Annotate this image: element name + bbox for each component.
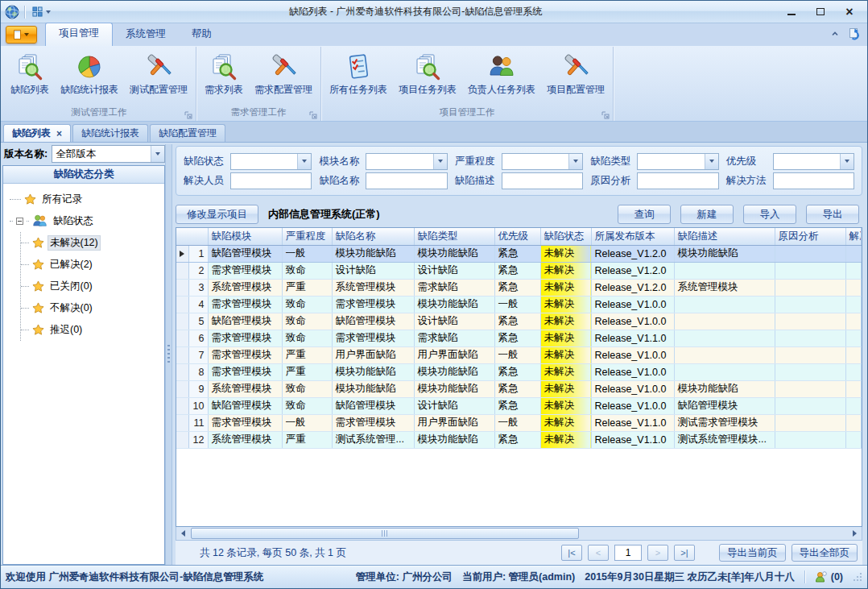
ribbon-button-2-2[interactable]: 负责人任务列表 <box>462 51 541 98</box>
filter-select[interactable] <box>773 153 854 170</box>
next-page-button[interactable]: > <box>647 545 668 561</box>
tree-item-5[interactable]: 不解决(0) <box>21 297 163 319</box>
ribbon-button-2-0[interactable]: 所有任务列表 <box>324 51 393 98</box>
column-header-5[interactable]: 缺陷状态 <box>540 228 591 245</box>
document-tab-0[interactable]: 缺陷列表× <box>3 124 71 142</box>
table-row[interactable]: 4需求管理模块致命需求管理模块模块功能缺陷一般未解决Release_V1.0.0 <box>176 296 862 313</box>
ribbon-button-0-0[interactable]: 缺陷列表 <box>5 51 55 98</box>
column-header-9[interactable]: 解决方法 <box>845 228 862 245</box>
table-row[interactable]: 2需求管理模块致命设计缺陷设计缺陷紧急未解决Release_V1.2.0 <box>176 262 862 279</box>
dialog-launcher-icon[interactable] <box>309 110 317 118</box>
page-number-input[interactable] <box>614 545 642 561</box>
tree-item-4[interactable]: 已关闭(0) <box>21 276 163 297</box>
quick-access-toolbar-button[interactable] <box>29 5 54 19</box>
table-row[interactable]: 9系统管理模块致命模块功能缺陷模块功能缺陷紧急未解决Release_V1.0.0… <box>176 380 862 397</box>
table-row[interactable]: 11需求管理模块一般需求管理模块用户界面缺陷一般未解决Release_V1.1.… <box>176 414 862 431</box>
cell: 致命 <box>282 296 332 313</box>
filter-select[interactable] <box>230 153 312 170</box>
export-all-pages-button[interactable]: 导出全部页 <box>792 544 858 562</box>
scroll-right-button[interactable] <box>848 527 862 540</box>
column-header-0[interactable]: 缺陷模块 <box>208 228 282 245</box>
horizontal-scrollbar[interactable] <box>176 527 862 541</box>
scroll-left-button[interactable] <box>176 527 190 540</box>
cell: Release_V1.0.0 <box>591 397 674 414</box>
combo-arrow-button[interactable] <box>297 154 311 169</box>
tree-item-6[interactable]: 推迟(0) <box>21 319 163 341</box>
dialog-launcher-icon[interactable] <box>184 110 192 118</box>
version-select[interactable]: 全部版本 <box>52 145 165 163</box>
table-row[interactable]: 1缺陷管理模块一般模块功能缺陷模块功能缺陷紧急未解决Release_V1.2.0… <box>176 245 862 262</box>
export-current-page-button[interactable]: 导出当前页 <box>719 544 786 562</box>
tree-item-0[interactable]: 所有记录 <box>10 189 163 210</box>
column-header-6[interactable]: 所属发布版本 <box>591 228 674 245</box>
first-page-button[interactable]: |< <box>561 545 582 561</box>
tree-item-3[interactable]: 已解决(2) <box>21 254 163 276</box>
combo-arrow-button[interactable] <box>568 154 582 169</box>
column-header-1[interactable]: 严重程度 <box>282 228 332 245</box>
scrollbar-track[interactable] <box>190 527 848 540</box>
column-header-4[interactable]: 优先级 <box>494 228 540 245</box>
column-header-2[interactable]: 缺陷名称 <box>332 228 414 245</box>
query-button[interactable]: 查询 <box>618 205 671 224</box>
filter-input[interactable] <box>773 172 854 189</box>
last-page-button[interactable]: >| <box>674 545 695 561</box>
tree-item-1[interactable]: 缺陷状态 <box>10 210 163 232</box>
filter-input[interactable] <box>502 172 583 189</box>
message-count: (0) <box>831 571 843 583</box>
row-indicator-cell <box>176 245 188 262</box>
message-indicator[interactable]: (0) <box>815 571 843 583</box>
column-header-7[interactable]: 缺陷描述 <box>674 228 775 245</box>
close-button[interactable]: × <box>835 1 864 23</box>
export-button[interactable]: 导出 <box>806 205 859 224</box>
table-row[interactable]: 3系统管理模块严重系统管理模块需求缺陷紧急未解决Release_V1.2.0系统… <box>176 279 862 296</box>
minimize-button[interactable] <box>777 1 806 23</box>
filter-input[interactable] <box>366 172 447 189</box>
filter-select[interactable] <box>637 153 718 170</box>
sidebar-splitter[interactable] <box>165 144 172 565</box>
cell: 需求管理模块 <box>208 296 282 313</box>
scrollbar-thumb[interactable] <box>191 528 579 539</box>
collapse-ribbon-icon[interactable] <box>830 29 840 41</box>
cell: 一般 <box>282 414 332 431</box>
ribbon-button-2-3[interactable]: 项目配置管理 <box>541 51 610 98</box>
table-row[interactable]: 10缺陷管理模块致命缺陷管理模块设计缺陷紧急未解决Release_V1.0.0缺… <box>176 397 862 414</box>
combo-arrow-button[interactable] <box>151 146 164 162</box>
maximize-button[interactable] <box>806 1 835 23</box>
collapse-expander-icon[interactable] <box>16 218 23 225</box>
ribbon-tab-2[interactable]: 帮助 <box>179 23 225 46</box>
cell: 紧急 <box>494 330 540 346</box>
tree-item-2[interactable]: 未解决(12) <box>21 232 163 254</box>
cell: 需求管理模块 <box>208 330 282 346</box>
filter-select[interactable] <box>366 153 447 170</box>
ribbon-button-2-1[interactable]: 项目任务列表 <box>393 51 462 98</box>
column-header-3[interactable]: 缺陷类型 <box>414 228 494 245</box>
dialog-launcher-icon[interactable] <box>601 110 610 118</box>
ribbon-tab-1[interactable]: 系统管理 <box>113 23 179 46</box>
ribbon-button-0-2[interactable]: 测试配置管理 <box>124 51 193 98</box>
table-row[interactable]: 8需求管理模块严重模块功能缺陷模块功能缺陷紧急未解决Release_V1.0.0 <box>176 363 862 380</box>
table-row[interactable]: 7需求管理模块严重用户界面缺陷用户界面缺陷一般未解决Release_V1.0.0 <box>176 346 862 363</box>
document-tab-2[interactable]: 缺陷配置管理 <box>150 124 225 142</box>
import-button[interactable]: 导入 <box>743 205 796 224</box>
close-tab-icon[interactable]: × <box>56 128 62 139</box>
document-tab-1[interactable]: 缺陷统计报表 <box>72 124 148 142</box>
ribbon-button-0-1[interactable]: 缺陷统计报表 <box>55 51 124 98</box>
ribbon-button-1-0[interactable]: 需求列表 <box>199 51 249 98</box>
prev-page-button[interactable]: < <box>588 545 609 561</box>
filter-input[interactable] <box>230 172 312 189</box>
column-header-8[interactable]: 原因分析 <box>775 228 845 245</box>
new-button[interactable]: 新建 <box>680 205 734 224</box>
combo-arrow-button[interactable] <box>840 154 854 169</box>
ribbon-button-1-1[interactable]: 需求配置管理 <box>249 51 318 98</box>
filter-input[interactable] <box>637 172 718 189</box>
ribbon-help-icon[interactable] <box>848 27 861 43</box>
table-row[interactable]: 6需求管理模块致命需求管理模块需求缺陷紧急未解决Release_V1.1.0 <box>176 330 862 346</box>
filter-select[interactable] <box>502 153 583 170</box>
application-menu-button[interactable] <box>6 26 37 44</box>
combo-arrow-button[interactable] <box>705 154 718 169</box>
table-row[interactable]: 12系统管理模块严重测试系统管理...模块功能缺陷紧急未解决Release_V1… <box>176 431 862 448</box>
modify-display-items-button[interactable]: 修改显示项目 <box>176 205 258 224</box>
combo-arrow-button[interactable] <box>433 154 447 169</box>
table-row[interactable]: 5缺陷管理模块致命缺陷管理模块设计缺陷紧急未解决Release_V1.0.0 <box>176 313 862 330</box>
ribbon-tab-0[interactable]: 项目管理 <box>45 23 113 46</box>
